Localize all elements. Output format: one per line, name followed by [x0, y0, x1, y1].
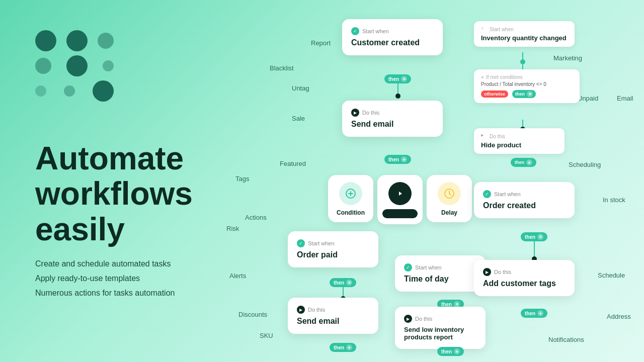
- check-icon: ✓: [351, 27, 359, 35]
- label-address: Address: [607, 313, 631, 320]
- card-send-email-2-label: ▶ Do this: [297, 306, 369, 314]
- check-icon-4: ✓: [483, 190, 491, 198]
- otherwise-badge: otherwise: [481, 90, 508, 98]
- delay-label: Delay: [441, 209, 457, 216]
- card-send-email-2-value: Send email: [297, 317, 369, 326]
- label-scheduling: Scheduling: [569, 161, 601, 168]
- condition-icon: [339, 182, 362, 205]
- add-btn-5[interactable]: +: [526, 159, 532, 165]
- add-btn-2[interactable]: +: [346, 344, 352, 350]
- then-connector-2: then +: [384, 155, 411, 164]
- delay-icon: [438, 182, 461, 205]
- card-report-label: ▶ Do this: [404, 315, 476, 323]
- action-node[interactable]: Action: [377, 175, 423, 224]
- card-send-email-2: ▶ Do this Send email: [288, 298, 378, 334]
- card-send-report: ▶ Do this Send low inventory products re…: [395, 307, 486, 349]
- add-btn-3[interactable]: +: [454, 348, 460, 354]
- card-order-created: ✓ Start when Order created: [474, 182, 575, 218]
- card-order-paid-value: Order paid: [297, 250, 369, 259]
- remove-btn-4[interactable]: ✕: [537, 234, 543, 240]
- app-logo: [35, 30, 114, 106]
- card-add-tags: ▶ Do this Add customer tags: [474, 260, 575, 296]
- label-sale: Sale: [292, 115, 305, 122]
- remove-btn-5[interactable]: ✕: [527, 91, 533, 97]
- condition-node[interactable]: Condition: [328, 175, 373, 222]
- card-time-of-day: ✓ Start when Time of day: [395, 255, 486, 292]
- play-icon-4: ▶: [483, 268, 491, 276]
- card-tags-label: ▶ Do this: [483, 268, 566, 276]
- label-email: Email: [617, 95, 633, 102]
- label-unpaid: Unpaid: [578, 95, 598, 102]
- play-icon-2: ▶: [297, 306, 305, 314]
- label-actions: Actions: [245, 214, 267, 221]
- label-marketing: Marketing: [553, 54, 582, 62]
- card-action-value-1: Send email: [351, 120, 434, 129]
- card-inv-trigger: ✓ Start when Inventory quantity changed: [474, 21, 575, 47]
- then-connector-7: then ✕: [521, 232, 547, 261]
- card-order-paid-label: ✓ Start when: [297, 239, 369, 247]
- label-featured: Featured: [280, 160, 306, 167]
- card-customer-created: ✓ Start when Customer created: [342, 19, 443, 55]
- check-icon-2: ✓: [297, 239, 305, 247]
- label-untag: Untag: [292, 84, 309, 92]
- card-oc-value: Order created: [483, 201, 566, 210]
- remove-btn-1[interactable]: ✕: [401, 76, 407, 82]
- label-blacklist: Blacklist: [270, 64, 294, 72]
- label-schedule: Schedule: [598, 272, 625, 279]
- label-tags: Tags: [235, 175, 249, 183]
- inv-trigger-label: ✓ Start when: [481, 26, 568, 33]
- remove-btn-2[interactable]: ✕: [346, 280, 352, 286]
- check-icon-3: ✓: [404, 263, 412, 272]
- label-report: Report: [311, 39, 331, 47]
- hero-section: Automate workflows easily Create and sch…: [35, 141, 247, 301]
- svg-marker-1: [399, 192, 402, 196]
- play-icon-1: ▶: [351, 109, 359, 117]
- then-connector-4: then +: [330, 343, 356, 352]
- card-send-email-1: ▶ Do this Send email: [342, 101, 443, 137]
- delay-node[interactable]: Delay: [427, 175, 472, 222]
- inv-then-badge: then +: [511, 158, 536, 167]
- card-oc-label: ✓ Start when: [483, 190, 566, 198]
- inv-condition-value: Product / Total inventory <= 0: [481, 81, 573, 87]
- inv-trigger-value: Inventory quantity changed: [481, 34, 568, 42]
- card-trigger-value: Customer created: [351, 38, 434, 47]
- label-in-stock: In stock: [603, 196, 625, 204]
- hero-subtitle: Create and schedule automated tasks Appl…: [35, 257, 247, 300]
- then-badge-1: then ✕: [384, 74, 411, 83]
- inv-connector-1: [520, 52, 525, 71]
- hero-title: Automate workflows easily: [35, 141, 247, 247]
- card-inv-condition: ⋄ If met conditions Product / Total inve…: [474, 69, 580, 103]
- label-risk: Risk: [226, 225, 239, 232]
- card-tod-label: ✓ Start when: [404, 263, 476, 272]
- label-discounts: Discounts: [238, 311, 267, 318]
- label-alerts: Alerts: [229, 272, 246, 280]
- inv-action-label: ▶ Do this: [481, 133, 557, 140]
- play-icon-5: ▶: [481, 133, 488, 140]
- card-trigger-label: ✓ Start when: [351, 27, 434, 35]
- add-btn-1[interactable]: +: [401, 156, 407, 162]
- card-tod-value: Time of day: [404, 275, 476, 284]
- check-icon-5: ✓: [481, 26, 488, 33]
- then-connector-6: then +: [437, 347, 464, 356]
- then-badge-2: then +: [384, 155, 411, 164]
- card-order-paid: ✓ Start when Order paid: [288, 231, 378, 267]
- card-tags-value: Add customer tags: [483, 279, 566, 288]
- action-icon: [388, 182, 412, 205]
- add-btn-4[interactable]: +: [537, 310, 543, 316]
- label-notifications: Notifications: [548, 336, 584, 343]
- card-inv-action: ▶ Do this Hide product: [474, 128, 565, 154]
- inv-condition-label: ⋄ If met conditions: [481, 74, 573, 80]
- label-sku: SKU: [260, 332, 273, 339]
- card-report-value: Send low inventory products report: [404, 326, 476, 341]
- then-connector-1: then ✕: [384, 74, 411, 99]
- card-action-label-1: ▶ Do this: [351, 109, 434, 117]
- play-icon-3: ▶: [404, 315, 412, 323]
- inv-action-value: Hide product: [481, 141, 557, 149]
- condition-label: Condition: [337, 209, 365, 216]
- action-label: Action: [382, 209, 418, 218]
- then-connector-8: then +: [521, 309, 547, 318]
